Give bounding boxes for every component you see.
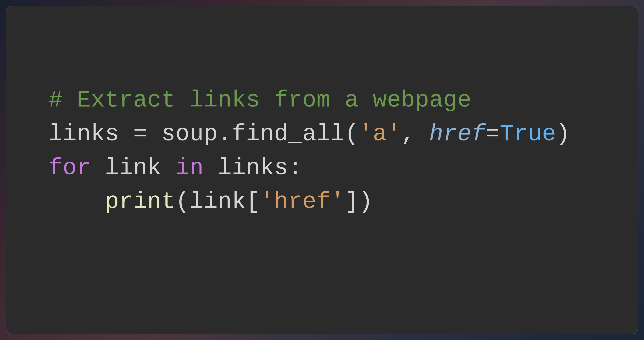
code-paren-open: ( xyxy=(344,121,359,147)
code-paren-close: ) xyxy=(556,121,570,147)
code-fn-print: print xyxy=(105,189,176,215)
code-paren-close: ) xyxy=(359,189,373,215)
code-indent xyxy=(48,189,105,215)
code-space xyxy=(162,155,176,181)
code-space xyxy=(204,155,218,181)
code-var-links: links xyxy=(48,121,119,147)
code-comma: , xyxy=(401,121,429,147)
code-comment: # Extract links from a webpage xyxy=(48,87,472,114)
code-block[interactable]: # Extract links from a webpage links = s… xyxy=(48,83,570,219)
code-method-findall: find_all xyxy=(232,121,344,147)
code-bracket-open: [ xyxy=(246,189,260,215)
code-kw-for: for xyxy=(48,155,91,181)
code-paren-open: ( xyxy=(176,189,190,215)
code-string-a: 'a' xyxy=(359,121,401,147)
code-obj-link: link xyxy=(190,189,246,215)
code-var-links-iter: links xyxy=(218,155,288,181)
code-kwarg-href: href xyxy=(429,121,486,147)
code-bracket-close: ] xyxy=(344,189,359,215)
code-op-eq: = xyxy=(486,121,500,147)
code-op-assign: = xyxy=(119,121,162,147)
code-obj-soup: soup. xyxy=(162,121,232,147)
code-kw-in: in xyxy=(176,155,204,181)
code-colon: : xyxy=(288,155,302,181)
code-string-href: 'href' xyxy=(260,189,345,215)
code-panel: # Extract links from a webpage links = s… xyxy=(6,6,638,334)
code-space xyxy=(91,155,105,181)
code-var-link: link xyxy=(105,155,161,181)
code-const-true: True xyxy=(500,121,556,147)
